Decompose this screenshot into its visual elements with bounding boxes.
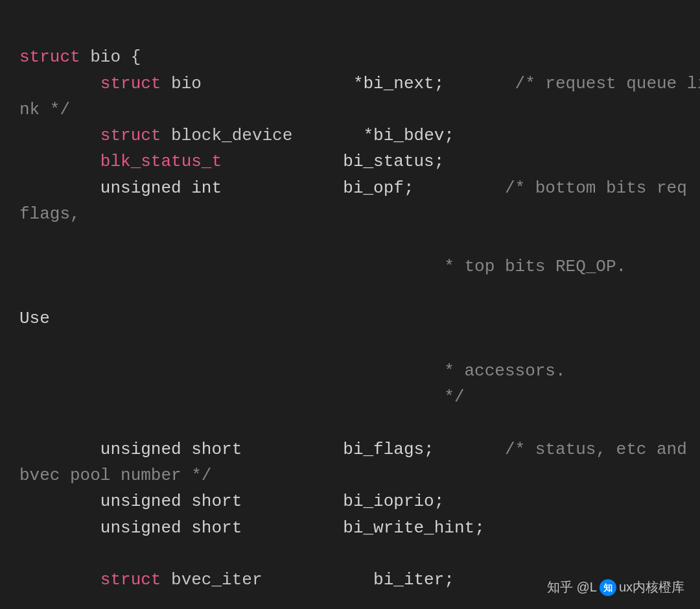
comment-2: /* bottom bits req [505, 178, 687, 198]
code-container: struct bio { struct bio *bi_next; /* req… [0, 0, 700, 609]
indent-6 [19, 492, 100, 511]
keyword-unsigned-short-1: unsigned short [100, 440, 242, 459]
field-bi-flags: bi_flags; [343, 440, 434, 459]
indent-3 [19, 152, 100, 171]
field-bi-iter: bi_iter; [373, 570, 454, 590]
indent-1 [19, 74, 100, 93]
plain-text-3 [444, 74, 515, 93]
plain-text-7 [414, 178, 505, 198]
keyword-struct-3: struct [100, 126, 161, 145]
keyword-unsigned-short-2: unsigned short [100, 492, 242, 511]
indent-5 [19, 440, 100, 459]
indent-7 [19, 518, 100, 538]
watermark: 知乎 @L知ux内核橙库 [547, 577, 684, 597]
field-bi-bdev: *bi_bdev; [364, 126, 454, 145]
comment-6: /* status, etc and [505, 440, 687, 459]
field-bi-status: bi_status; [343, 152, 444, 171]
plain-text-10 [434, 440, 505, 459]
watermark-icon: 知 [600, 579, 616, 596]
comment-4: * accessors. [19, 361, 566, 381]
keyword-unsigned-short-3: unsigned short [100, 518, 242, 538]
indent-2 [19, 126, 100, 145]
comment-6b: bvec pool number */ [19, 466, 211, 485]
plain-text-4: block_device [161, 126, 363, 145]
watermark-text-prefix: 知乎 @L [547, 577, 597, 597]
plain-text-1: bio { [80, 47, 141, 67]
comment-3: * top bits REQ_OP. [19, 257, 626, 276]
keyword-struct-2: struct [100, 74, 161, 93]
keyword-unsigned-int-1: unsigned int [100, 178, 222, 198]
watermark-text-suffix: ux内核橙库 [619, 577, 684, 597]
keyword-struct-4: struct [100, 570, 161, 590]
plain-text-6 [222, 178, 343, 198]
comment-1: /* request queue li [515, 74, 700, 93]
indent-8 [19, 570, 100, 590]
field-bi-next: *bi_next; [353, 74, 444, 93]
plain-text-11 [242, 492, 343, 511]
comment-1b: nk */ [19, 100, 70, 119]
plain-text-9 [242, 440, 343, 459]
indent-4 [19, 178, 100, 198]
field-bi-ioprio: bi_ioprio; [343, 492, 444, 511]
comment-2b: flags, [19, 204, 80, 224]
keyword-blk: blk_status_t [100, 152, 222, 171]
use-label: Use [19, 309, 50, 328]
plain-text-5 [222, 152, 343, 171]
plain-text-12 [242, 518, 343, 538]
field-bi-write-hint: bi_write_hint; [343, 518, 484, 538]
keyword-struct-1: struct [19, 47, 80, 67]
field-bi-opf: bi_opf; [343, 178, 414, 198]
plain-text-13: bvec_iter [161, 570, 373, 590]
comment-5: */ [19, 387, 465, 407]
plain-text-2: bio [161, 74, 353, 93]
